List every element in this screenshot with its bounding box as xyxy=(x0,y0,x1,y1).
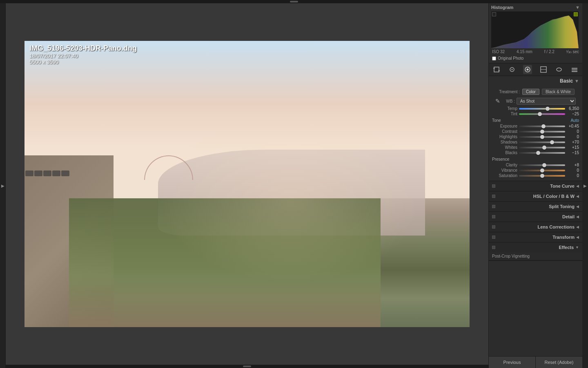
right-panel-toggle[interactable]: ▶ xyxy=(582,3,588,368)
whites-slider-row: Whites +15 xyxy=(492,145,579,150)
crop-tool[interactable] xyxy=(492,65,501,74)
saturation-slider-row: Saturation 0 xyxy=(492,173,579,178)
wb-eyedropper[interactable]: ✎ xyxy=(495,97,501,105)
photo-datetime: 18/07/2017 22:07:40 xyxy=(29,53,137,59)
clarity-slider-track[interactable] xyxy=(519,164,565,166)
tint-slider-track[interactable] xyxy=(519,113,565,115)
vibrance-slider-thumb[interactable] xyxy=(540,168,544,173)
blacks-slider-track[interactable] xyxy=(519,152,565,154)
left-panel-toggle[interactable]: ▶ xyxy=(0,3,6,368)
tint-value: −25 xyxy=(567,112,579,116)
transform-section[interactable]: Transform ◀ xyxy=(489,232,582,242)
color-treatment-btn[interactable]: Color xyxy=(522,89,539,95)
histogram-menu-icon[interactable]: ▼ xyxy=(575,5,580,10)
tone-curve-section[interactable]: Tone Curve ◀ xyxy=(489,181,582,191)
exposure-slider-thumb[interactable] xyxy=(541,124,546,128)
vibrance-label: Vibrance xyxy=(492,168,517,173)
saturation-slider-track[interactable] xyxy=(519,175,565,177)
temp-slider-row: Temp 6,350 xyxy=(492,106,579,111)
redeye-tool[interactable] xyxy=(523,65,532,74)
effects-header[interactable]: Effects ▼ xyxy=(489,242,582,252)
original-photo-checkbox[interactable] xyxy=(492,56,496,61)
split-toning-arrow: ◀ xyxy=(576,204,579,209)
exif-iso: ISO 32 xyxy=(492,49,505,54)
spot-removal-tool[interactable] xyxy=(508,65,517,74)
exposure-label: Exposure xyxy=(492,124,517,128)
photo-wrapper: IMG_5196-5203-HDR-Pano.dng 18/07/2017 22… xyxy=(24,41,470,327)
clipping-right-indicator[interactable] xyxy=(574,12,578,16)
svg-rect-0 xyxy=(24,41,470,327)
histogram-canvas xyxy=(491,11,579,48)
wb-dropdown[interactable]: As Shot Auto Daylight Cloudy Custom xyxy=(517,98,576,105)
exposure-value: +0.45 xyxy=(567,124,579,128)
graduated-filter-tool[interactable] xyxy=(539,65,548,74)
temp-slider-thumb[interactable] xyxy=(546,107,550,111)
tint-slider-row: Tint −25 xyxy=(492,111,579,117)
tone-auto-btn[interactable]: Auto xyxy=(570,118,579,123)
shadows-slider-thumb[interactable] xyxy=(550,140,554,144)
highlights-label: Highlights xyxy=(492,135,517,139)
shadows-label: Shadows xyxy=(492,140,517,144)
detail-title: Detail xyxy=(495,214,575,219)
hsl-title: HSL / Color / B & W xyxy=(495,194,575,199)
crop-icon xyxy=(493,66,500,73)
original-photo-row: Original Photo xyxy=(491,55,580,61)
lens-corrections-section[interactable]: Lens Corrections ◀ xyxy=(489,222,582,232)
highlights-slider-track[interactable] xyxy=(519,136,565,138)
saturation-slider-thumb[interactable] xyxy=(540,174,544,178)
adjustment-brush-tool[interactable] xyxy=(570,65,579,74)
detail-section[interactable]: Detail ◀ xyxy=(489,212,582,222)
exif-aperture: f / 2.2 xyxy=(544,49,555,54)
exif-focal: 4.15 mm xyxy=(517,49,532,54)
split-toning-title: Split Toning xyxy=(495,204,575,209)
basic-content: Treatment : Color Black & White ✎ WB : A… xyxy=(489,85,582,181)
right-panel: Histogram ▼ xyxy=(488,3,582,368)
redeye-icon xyxy=(524,66,531,73)
whites-slider-track[interactable] xyxy=(519,147,565,148)
clarity-slider-thumb[interactable] xyxy=(542,163,546,167)
wb-label: WB : xyxy=(503,99,515,103)
basic-menu-icon[interactable]: ▼ xyxy=(575,79,579,83)
whites-label: Whites xyxy=(492,145,517,150)
blacks-slider-row: Blacks −15 xyxy=(492,150,579,155)
radial-filter-tool[interactable] xyxy=(555,65,564,74)
photo-dimensions: 5500 x 3590 xyxy=(29,59,137,65)
left-arrow-icon: ▶ xyxy=(1,184,4,188)
lens-corrections-arrow: ◀ xyxy=(576,225,579,229)
effects-arrow: ▼ xyxy=(575,245,579,249)
previous-button[interactable]: Previous xyxy=(489,357,536,368)
svg-rect-11 xyxy=(572,68,577,69)
transform-square xyxy=(492,236,495,239)
clipping-left-indicator[interactable] xyxy=(492,12,496,16)
split-toning-square xyxy=(492,205,495,208)
whites-value: +15 xyxy=(567,145,579,150)
detail-square xyxy=(492,215,495,218)
blacks-value: −15 xyxy=(567,150,579,155)
saturation-value: 0 xyxy=(567,173,579,178)
vibrance-slider-row: Vibrance 0 xyxy=(492,168,579,173)
exposure-slider-track[interactable] xyxy=(519,126,565,127)
contrast-value: 0 xyxy=(567,129,579,134)
shadows-value: +70 xyxy=(567,140,579,144)
whites-slider-thumb[interactable] xyxy=(542,146,546,150)
temp-slider-track[interactable] xyxy=(519,108,565,110)
tint-slider-thumb[interactable] xyxy=(538,112,542,116)
bw-treatment-btn[interactable]: Black & White xyxy=(542,89,575,95)
hsl-section[interactable]: HSL / Color / B & W ◀ xyxy=(489,191,582,202)
clarity-slider-row: Clarity +8 xyxy=(492,162,579,168)
reset-button[interactable]: Reset (Adobe) xyxy=(536,357,582,368)
wb-row: ✎ WB : As Shot Auto Daylight Cloudy Cust… xyxy=(492,96,579,106)
exif-bar: ISO 32 4.15 mm f / 2.2 ¹⁄₃₅ sec xyxy=(491,48,580,55)
shadows-slider-track[interactable] xyxy=(519,141,565,143)
image-container: IMG_5196-5203-HDR-Pano.dng 18/07/2017 22… xyxy=(6,3,488,365)
detail-arrow: ◀ xyxy=(576,215,579,219)
lens-corrections-square xyxy=(492,225,495,229)
right-arrow-icon: ▶ xyxy=(584,184,587,188)
highlights-slider-thumb[interactable] xyxy=(540,135,544,139)
vibrance-slider-track[interactable] xyxy=(519,170,565,171)
contrast-slider-track[interactable] xyxy=(519,131,565,132)
split-toning-section[interactable]: Split Toning ◀ xyxy=(489,202,582,212)
contrast-slider-thumb[interactable] xyxy=(540,130,544,134)
post-crop-vignetting-row[interactable]: Post-Crop Vignetting xyxy=(489,252,582,260)
blacks-slider-thumb[interactable] xyxy=(536,151,540,155)
